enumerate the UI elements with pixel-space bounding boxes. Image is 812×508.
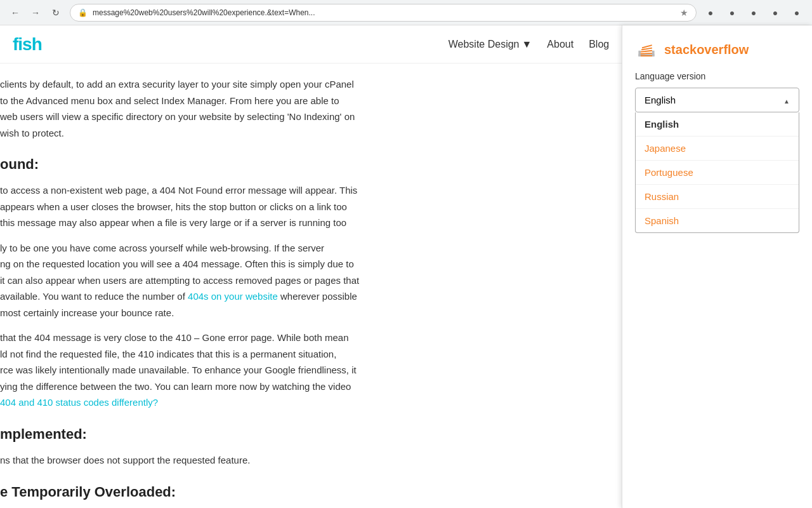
so-logo-icon bbox=[635, 38, 658, 61]
browser-nav-controls: ← → ↻ bbox=[6, 4, 65, 22]
extension-icon-1[interactable]: ● bbox=[702, 4, 719, 22]
article-heading-3: e Temporarily Overloaded: bbox=[0, 480, 368, 504]
article-content: clients by default, to add an extra secu… bbox=[0, 64, 381, 508]
article-para-4: that the 404 message is very close to th… bbox=[0, 330, 368, 411]
so-logo-text: stackoverflow bbox=[664, 43, 749, 57]
logo-text: fish bbox=[13, 34, 42, 54]
svg-rect-2 bbox=[652, 51, 655, 57]
browser-chrome: ← → ↻ 🔒 message%20web%20users%20will%20e… bbox=[0, 0, 812, 25]
lang-english-label: English bbox=[645, 119, 679, 130]
nav-website-design[interactable]: Website Design ▼ bbox=[449, 39, 532, 50]
svg-rect-1 bbox=[638, 51, 641, 57]
reload-button[interactable]: ↻ bbox=[47, 4, 65, 22]
lang-option-russian[interactable]: Russian bbox=[636, 185, 799, 209]
lang-portuguese-label: Portuguese bbox=[645, 167, 693, 178]
article-heading-2: mplemented: bbox=[0, 422, 368, 446]
extension-icon-2[interactable]: ● bbox=[723, 4, 741, 22]
article-heading-1: ound: bbox=[0, 152, 368, 176]
link-status-codes[interactable]: 404 and 410 status codes differently? bbox=[0, 397, 158, 408]
language-select-box[interactable]: English bbox=[635, 88, 799, 112]
article-para-2: to access a non-existent web page, a 404… bbox=[0, 182, 368, 231]
lang-russian-label: Russian bbox=[645, 191, 679, 202]
lang-japanese-label: Japanese bbox=[645, 143, 686, 154]
page-wrapper: fish Website Design ▼ About Blog Pricing… bbox=[0, 25, 812, 508]
lang-option-japanese[interactable]: Japanese bbox=[636, 137, 799, 161]
stackoverflow-logo-svg bbox=[635, 38, 658, 61]
address-lock-icon: 🔒 bbox=[78, 8, 88, 17]
nav-website-design-label: Website Design bbox=[449, 39, 520, 50]
site-logo[interactable]: fish bbox=[13, 34, 42, 55]
toolbar-icons: ● ● ● ● ● bbox=[702, 4, 806, 22]
article-para-1: clients by default, to add an extra secu… bbox=[0, 76, 368, 141]
svg-rect-3 bbox=[641, 55, 652, 57]
lang-option-portuguese[interactable]: Portuguese bbox=[636, 161, 799, 185]
nav-about[interactable]: About bbox=[547, 39, 573, 50]
so-stack-text: stack bbox=[664, 43, 697, 57]
language-version-label: Language version bbox=[635, 71, 799, 81]
address-bar[interactable]: 🔒 message%20web%20users%20will%20experie… bbox=[70, 4, 697, 22]
article-para-3: ly to be one you have come across yourse… bbox=[0, 240, 368, 321]
address-text: message%20web%20users%20will%20experienc… bbox=[93, 8, 675, 17]
so-panel-header: stackoverflow bbox=[635, 38, 799, 61]
nav-blog-label: Blog bbox=[589, 39, 609, 50]
extension-icon-3[interactable]: ● bbox=[745, 4, 763, 22]
extension-icon-4[interactable]: ● bbox=[766, 4, 784, 22]
article-para-5: ns that the browser does not support the… bbox=[0, 452, 368, 469]
forward-button[interactable]: → bbox=[27, 4, 44, 22]
selected-language-text: English bbox=[645, 95, 676, 105]
so-overflow-text: overflow bbox=[697, 43, 749, 57]
nav-dropdown-icon: ▼ bbox=[522, 39, 532, 50]
language-dropdown: English Japanese Portuguese Russian Span… bbox=[635, 112, 799, 233]
so-panel: stackoverflow Language version English E… bbox=[622, 25, 812, 508]
lang-option-spanish[interactable]: Spanish bbox=[636, 209, 799, 232]
svg-rect-5 bbox=[641, 50, 652, 53]
nav-blog[interactable]: Blog bbox=[589, 39, 609, 50]
extension-icon-5[interactable]: ● bbox=[788, 4, 806, 22]
nav-about-label: About bbox=[547, 39, 573, 50]
bookmark-icon[interactable]: ★ bbox=[680, 8, 688, 18]
chevron-up-icon bbox=[783, 95, 790, 105]
lang-option-english[interactable]: English bbox=[636, 112, 799, 137]
back-button[interactable]: ← bbox=[6, 4, 24, 22]
lang-spanish-label: Spanish bbox=[645, 215, 679, 226]
link-404[interactable]: 404s on your website bbox=[188, 291, 278, 302]
